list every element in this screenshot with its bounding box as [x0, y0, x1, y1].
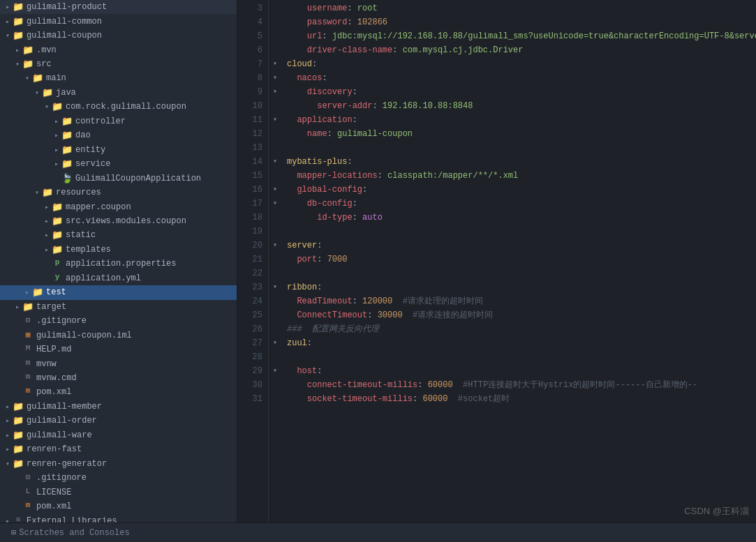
code-line: ConnectTimeout: 30000 #请求连接的超时时间 — [287, 308, 756, 322]
fold-icon[interactable]: ▾ — [269, 85, 281, 99]
line-number: 4 — [243, 15, 262, 29]
sidebar-item-renren-fast[interactable]: 📁renren-fast — [0, 442, 237, 456]
code-line: application: — [287, 113, 756, 127]
sidebar-item-test[interactable]: 📁test — [0, 285, 237, 299]
sidebar-item-gulimall-product[interactable]: 📁gulimall-product — [0, 0, 237, 14]
sidebar-item-.gitignore-coupon[interactable]: ⊡.gitignore — [0, 314, 237, 328]
item-label: application.properties — [66, 259, 176, 269]
sidebar-item-GulimallCouponApplication[interactable]: 🍃GulimallCouponApplication — [0, 171, 237, 185]
code-line: url: jdbc:mysql://192.168.10.88/gulimall… — [287, 29, 756, 43]
item-label: gulimall-common — [27, 17, 102, 27]
fold-icon[interactable]: ▾ — [269, 364, 281, 378]
item-label: gulimall-ware — [27, 430, 92, 440]
fold-icon — [269, 294, 281, 308]
file-tree[interactable]: 📁gulimall-product📁gulimall-common📁gulima… — [0, 0, 237, 542]
sidebar-item-mvnw.cmd[interactable]: mmvnw.cmd — [0, 371, 237, 385]
fold-icon[interactable]: ▾ — [269, 197, 281, 211]
sidebar-item-renren-generator[interactable]: 📁renren-generator — [0, 457, 237, 471]
sidebar-item-dao[interactable]: 📁dao — [0, 128, 237, 142]
fold-icon — [269, 29, 281, 43]
expand-arrow — [3, 31, 13, 40]
code-editor: 3456789101112131415161718192021222324252… — [237, 0, 756, 542]
item-label: renren-fast — [27, 444, 82, 454]
item-label: java — [56, 88, 76, 98]
sidebar-item-mvn[interactable]: 📁.mvn — [0, 43, 237, 57]
code-line: nacos: — [287, 71, 756, 85]
sidebar-item-gulimall-coupon[interactable]: 📁gulimall-coupon — [0, 29, 237, 43]
code-line: ### 配置网关反向代理 — [287, 322, 756, 336]
sidebar-item-mvnw[interactable]: mmvnw — [0, 356, 237, 370]
code-line: global-config: — [287, 183, 756, 197]
item-label: com.rock.gulimall.coupon — [66, 102, 186, 112]
fold-icon — [269, 350, 281, 364]
fold-icon[interactable]: ▾ — [269, 239, 281, 253]
code-line: password: 102866 — [287, 15, 756, 29]
fold-icon — [269, 15, 281, 29]
sidebar-item-HELP.md[interactable]: MHELP.md — [0, 342, 237, 356]
code-line: zuul: — [287, 336, 756, 350]
sidebar-item-com.rock.gulimall.coupon[interactable]: 📁com.rock.gulimall.coupon — [0, 100, 237, 114]
line-number: 22 — [243, 266, 262, 280]
fold-icon — [269, 392, 281, 406]
expand-arrow — [42, 231, 52, 239]
line-number: 18 — [243, 211, 262, 225]
fold-icon[interactable]: ▾ — [269, 113, 281, 127]
line-numbers: 3456789101112131415161718192021222324252… — [237, 0, 269, 542]
line-number: 9 — [243, 85, 262, 99]
expand-arrow — [3, 445, 13, 453]
sidebar-item-LICENSE[interactable]: LLICENSE — [0, 485, 237, 499]
sidebar-item-gulimall-common[interactable]: 📁gulimall-common — [0, 14, 237, 28]
sidebar-item-mapper.coupon[interactable]: 📁mapper.coupon — [0, 200, 237, 213]
expand-arrow — [3, 460, 13, 468]
sidebar-item-controller[interactable]: 📁controller — [0, 114, 237, 128]
line-number: 21 — [243, 253, 262, 266]
fold-icon[interactable]: ▾ — [269, 155, 281, 169]
fold-icon[interactable]: ▾ — [269, 280, 281, 294]
sidebar-item-resources[interactable]: 📁resources — [0, 186, 237, 200]
sidebar-item-service[interactable]: 📁service — [0, 157, 237, 171]
item-label: test — [46, 287, 66, 297]
line-number: 11 — [243, 113, 262, 127]
code-line: driver-class-name: com.mysql.cj.jdbc.Dri… — [287, 43, 756, 57]
sidebar-item-gulimall-ware[interactable]: 📁gulimall-ware — [0, 428, 237, 442]
item-label: entity — [75, 145, 105, 155]
sidebar-item-templates[interactable]: 📁templates — [0, 243, 237, 257]
sidebar-item-gulimall-coupon.iml[interactable]: ▦gulimall-coupon.iml — [0, 328, 237, 342]
code-line: id-type: auto — [287, 211, 756, 225]
sidebar-item-src.views.modules.coupon[interactable]: 📁src.views.modules.coupon — [0, 214, 237, 228]
sidebar-item-src[interactable]: 📁src — [0, 57, 237, 71]
fold-icon[interactable]: ▾ — [269, 71, 281, 85]
scratches-consoles[interactable]: ⊞ Scratches and Consoles — [7, 527, 134, 538]
item-label: pom.xml — [36, 502, 71, 511]
sidebar-item-application.properties[interactable]: papplication.properties — [0, 257, 237, 271]
sidebar-item-.gitignore-rr[interactable]: ⊡.gitignore — [0, 471, 237, 485]
sidebar-item-java[interactable]: 📁java — [0, 86, 237, 100]
item-label: renren-generator — [27, 459, 107, 469]
line-number: 20 — [243, 239, 262, 253]
fold-icon — [269, 308, 281, 322]
code-line: discovery: — [287, 85, 756, 99]
sidebar-item-gulimall-member[interactable]: 📁gulimall-member — [0, 400, 237, 414]
item-label: service — [75, 159, 110, 169]
line-number: 17 — [243, 197, 262, 211]
sidebar-item-application.yml[interactable]: yapplication.yml — [0, 271, 237, 285]
expand-arrow — [52, 117, 61, 126]
fold-icon[interactable]: ▾ — [269, 336, 281, 350]
expand-arrow — [3, 17, 13, 26]
scratches-icon: ⊞ — [11, 527, 16, 538]
sidebar-item-gulimall-order[interactable]: 📁gulimall-order — [0, 414, 237, 428]
sidebar-item-main[interactable]: 📁main — [0, 71, 237, 85]
code-line: name: gulimall-coupon — [287, 127, 756, 141]
sidebar-item-entity[interactable]: 📁entity — [0, 143, 237, 157]
expand-arrow — [13, 303, 22, 311]
item-label: HELP.md — [36, 345, 71, 354]
sidebar-item-pom.xml-rr[interactable]: mpom.xml — [0, 499, 237, 513]
sidebar-item-target[interactable]: 📁target — [0, 300, 237, 314]
line-number: 30 — [243, 378, 262, 392]
expand-arrow — [52, 131, 61, 140]
line-number: 16 — [243, 183, 262, 197]
fold-icon[interactable]: ▾ — [269, 57, 281, 71]
sidebar-item-pom.xml-coupon[interactable]: mpom.xml — [0, 385, 237, 399]
fold-icon[interactable]: ▾ — [269, 183, 281, 197]
sidebar-item-static[interactable]: 📁static — [0, 228, 237, 242]
